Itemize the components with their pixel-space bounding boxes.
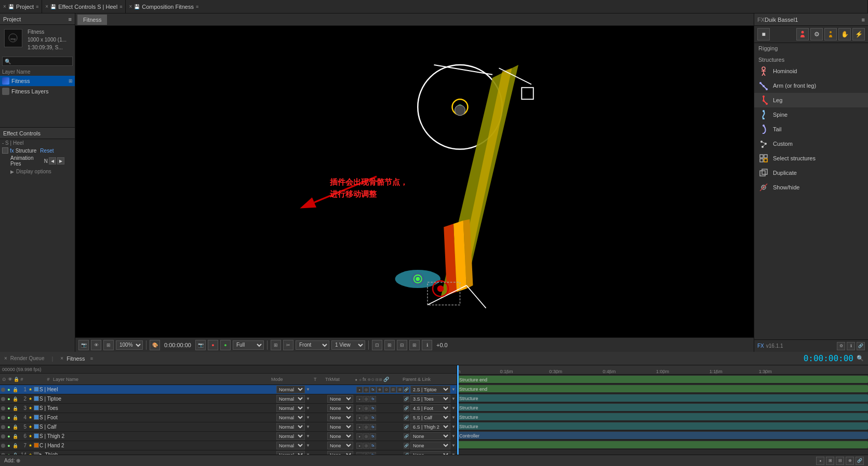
trkmat-select-3[interactable]: None	[327, 404, 353, 412]
trkmat-select-14[interactable]: None	[327, 451, 353, 455]
sw-6-3[interactable]: fx	[370, 433, 376, 440]
sw-3-2[interactable]: ◎	[363, 405, 369, 412]
solo-btn-6[interactable]	[1, 434, 5, 438]
sw-5-3[interactable]: fx	[370, 424, 376, 430]
eye-3[interactable]: ●	[6, 405, 12, 412]
layer-row-5[interactable]: ● 🔒 5 ★ S | Calf Normal ▼ None ⬥	[0, 422, 457, 432]
time-search-icon[interactable]: 🔍	[857, 355, 864, 362]
parent-select-5[interactable]: 6.S | Thigh 2	[410, 423, 450, 431]
sw-6-1[interactable]: ⬥	[356, 433, 363, 440]
display-options-row[interactable]: ▶ Display options	[0, 168, 75, 175]
parent-chain-7[interactable]: 🔗	[404, 443, 409, 449]
show-hide-item[interactable]: Show/hide	[754, 180, 868, 195]
safe-area-btn[interactable]: ⊟	[397, 340, 407, 350]
comp-tab-fitness[interactable]: Fitness	[77, 15, 107, 25]
mode-select-7[interactable]: Normal	[276, 442, 305, 449]
duplicate-item[interactable]: Duplicate	[754, 166, 868, 180]
duik-hand-icon[interactable]: ✋	[838, 28, 851, 40]
bottom-tool-5[interactable]: 🔗	[856, 457, 864, 465]
anim-pres-control[interactable]: N ◀ ▶	[44, 157, 64, 165]
grid2-btn[interactable]: ⊞	[409, 340, 420, 350]
parent-chain-5[interactable]: 🔗	[404, 424, 409, 430]
mode-select-4[interactable]: Normal	[276, 414, 305, 421]
layer-row-1[interactable]: ● 🔒 1 ★ S | Heel Normal ▼ ⬥ ◎ fx	[0, 385, 457, 394]
trkmat-select-6[interactable]: None	[327, 432, 353, 440]
trkmat-select-4[interactable]: None	[327, 414, 353, 421]
bottom-tool-4[interactable]: ⊕	[846, 457, 854, 465]
duik-info2-icon[interactable]: ℹ	[847, 342, 855, 350]
parent-select-7[interactable]: None	[410, 442, 450, 449]
parent-select-1[interactable]: 2.S | Tiptoe	[410, 386, 450, 393]
composition-tab[interactable]: × 💾 Composition Fitness ≡	[126, 0, 868, 13]
mode-select-6[interactable]: Normal	[276, 432, 305, 440]
color-picker-btn[interactable]: 🎨	[150, 340, 160, 350]
info-btn[interactable]: ℹ	[422, 340, 432, 350]
sw-7-3[interactable]: fx	[370, 443, 376, 449]
camera-btn[interactable]: 📷	[195, 340, 206, 350]
sw-4-3[interactable]: fx	[370, 415, 376, 421]
sw-1-5[interactable]: ⊙	[383, 387, 390, 393]
sw-3-3[interactable]: fx	[370, 405, 376, 412]
trkmat-select-7[interactable]: None	[327, 442, 353, 449]
layer-row-3[interactable]: ● 🔒 3 ★ S | Toes Normal ▼ None ⬥	[0, 404, 457, 413]
duik-settings-icon[interactable]: ⚙	[837, 342, 845, 350]
structure-checkbox[interactable]	[2, 147, 8, 154]
duik-gear-icon[interactable]: ⚙	[810, 28, 823, 40]
mode-select-14[interactable]: Normal	[276, 451, 305, 455]
view-select[interactable]: Front Left Right Top	[296, 340, 329, 350]
quality-select[interactable]: Full Half Quarter	[233, 340, 264, 350]
sw-1-7[interactable]: ⊞	[397, 387, 403, 393]
sw-1-3[interactable]: fx	[370, 387, 376, 393]
duik-person-icon[interactable]	[796, 28, 809, 40]
project-close-btn[interactable]: ×	[3, 4, 6, 9]
eye-4[interactable]: ●	[6, 415, 12, 421]
bottom-tool-1[interactable]: ⬥	[816, 457, 824, 465]
sw-5-1[interactable]: ⬥	[356, 424, 363, 430]
project-item-fitness-layers[interactable]: Fitness Layers	[0, 86, 75, 97]
eye-6[interactable]: ●	[6, 433, 12, 440]
trkmat-select-5[interactable]: None	[327, 423, 353, 431]
leg-item[interactable]: Leg	[754, 93, 868, 107]
timeline-close[interactable]: ×	[60, 355, 63, 361]
bottom-tool-2[interactable]: ⊞	[826, 457, 834, 465]
project-menu-icon[interactable]: ≡	[36, 4, 38, 9]
green-dot-btn[interactable]: ●	[220, 340, 231, 350]
sw-7-1[interactable]: ⬥	[356, 443, 363, 449]
trkmat-select-2[interactable]: None	[327, 395, 353, 403]
parent-select-2[interactable]: 3.S | Toes	[410, 395, 450, 403]
mode-select-2[interactable]: Normal	[276, 395, 305, 403]
project-header-icon[interactable]: ≡	[69, 16, 72, 22]
duik-menu-icon[interactable]: ≡	[862, 17, 865, 23]
project-search-bar[interactable]: 🔍	[2, 57, 73, 66]
effect-controls-menu-icon[interactable]: ≡	[119, 4, 122, 9]
view-options-btn[interactable]: 👁	[91, 340, 101, 350]
sw-2-2[interactable]: ◎	[363, 396, 369, 402]
lock-5[interactable]: 🔒	[12, 424, 18, 430]
parent-chain-2[interactable]: 🔗	[404, 396, 409, 402]
crop-btn[interactable]: ✂	[283, 340, 293, 350]
hominoid-item[interactable]: Hominoid	[754, 64, 868, 78]
parent-chain-3[interactable]: 🔗	[404, 405, 409, 412]
composition-close-btn[interactable]: ×	[129, 4, 132, 9]
search-input[interactable]	[11, 59, 70, 64]
sw-1-1[interactable]: ⬥	[356, 387, 363, 393]
time-display[interactable]: 0:00:00:00	[804, 353, 853, 363]
arm-item[interactable]: Arm (or front leg)	[754, 78, 868, 93]
sw-2-3[interactable]: fx	[370, 396, 376, 402]
effect-controls-tab[interactable]: × 💾 Effect Controls S | Heel ≡	[42, 0, 126, 13]
eye-2[interactable]: ●	[6, 396, 12, 402]
layer-row-2[interactable]: ● 🔒 2 ★ S | Tiptoe Normal ▼ None ⬥	[0, 394, 457, 404]
lock-1[interactable]: 🔒	[12, 387, 18, 392]
snapshot-btn[interactable]: 📷	[78, 340, 89, 350]
reset-btn[interactable]: Reset	[40, 148, 54, 154]
eye-1[interactable]: ●	[6, 387, 12, 393]
parent-chain-4[interactable]: 🔗	[404, 415, 409, 421]
tail-item[interactable]: Tail	[754, 122, 868, 136]
view-count-select[interactable]: 1 View 2 Views	[331, 340, 365, 350]
sw-1-6[interactable]: ⊟	[390, 387, 396, 393]
frame-btn[interactable]: ⊡	[372, 340, 382, 350]
layer-row-6[interactable]: ● 🔒 6 ★ S | Thigh 2 Normal ▼ None ⬥	[0, 432, 457, 441]
zoom-select[interactable]: 100% 50% 200%	[116, 340, 143, 350]
grid-btn[interactable]: ⊞	[103, 340, 114, 350]
layer-row-14[interactable]: ● 🔒 14 ★ ▶ Thigh Normal ▼ None ⬥	[0, 450, 457, 455]
